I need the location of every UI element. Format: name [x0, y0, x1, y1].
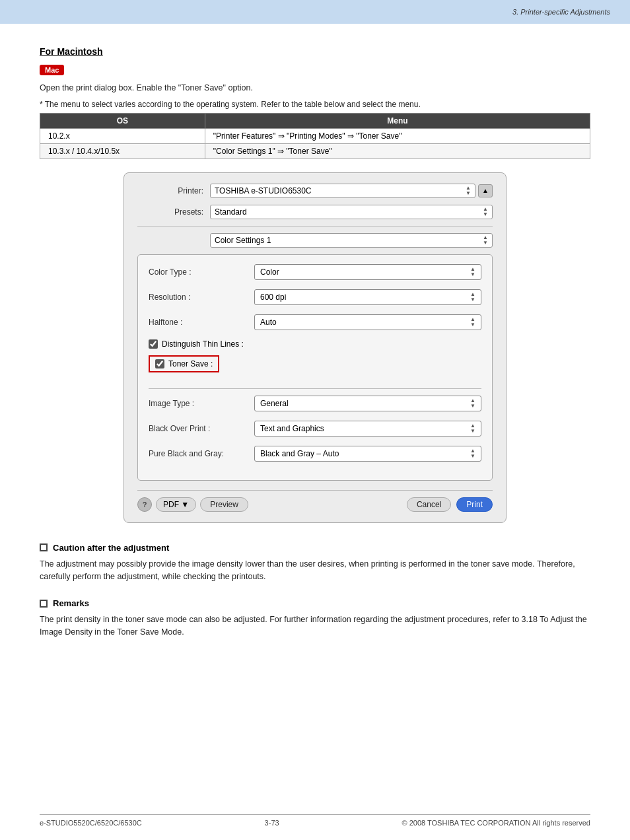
caution-title-text: Caution after the adjustment [53, 543, 169, 553]
cancel-button[interactable]: Cancel [407, 497, 451, 512]
footer-left: e-STUDIO5520C/6520C/6530C [40, 819, 142, 827]
footer-right: © 2008 TOSHIBA TEC CORPORATION All right… [402, 819, 590, 827]
distinguish-checkbox[interactable] [149, 339, 158, 349]
remarks-body: The print density in the toner save mode… [40, 613, 590, 639]
image-type-row: Image Type : General ▲▼ [149, 396, 481, 411]
print-dialog: Printer: TOSHIBA e-STUDIO6530C ▲▼ ▲ Pres… [123, 172, 507, 523]
os-menu-table: OS Menu 10.2.x "Printer Features" ⇒ "Pri… [40, 113, 590, 159]
inner-panel: Color Type : Color ▲▼ Resolution : 600 d… [137, 254, 493, 481]
remarks-square-icon [40, 600, 48, 608]
pure-black-value: Black and Gray – Auto [260, 449, 339, 458]
pure-black-stepper[interactable]: ▲▼ [470, 448, 475, 459]
presets-stepper[interactable]: ▲▼ [483, 207, 488, 217]
pdf-button[interactable]: PDF ▼ [156, 497, 196, 512]
caution-body: The adjustment may possibly provide the … [40, 558, 590, 583]
caution-square-icon [40, 543, 48, 551]
resolution-label: Resolution : [149, 293, 254, 302]
menu-cell: "Color Settings 1" ⇒ "Toner Save" [205, 143, 590, 158]
remarks-title: Remarks [40, 598, 590, 608]
black-over-print-select[interactable]: Text and Graphics ▲▼ [254, 421, 481, 437]
black-over-print-label: Black Over Print : [149, 424, 254, 433]
halftone-select[interactable]: Auto ▲▼ [254, 314, 481, 330]
color-type-select[interactable]: Color ▲▼ [254, 264, 481, 280]
color-type-label: Color Type : [149, 267, 254, 277]
color-type-row: Color Type : Color ▲▼ [149, 264, 481, 280]
toner-save-checkbox[interactable] [155, 359, 164, 368]
section-title: For Macintosh [40, 46, 590, 57]
resolution-stepper[interactable]: ▲▼ [470, 292, 475, 302]
note-text: * The menu to select varies according to… [40, 100, 590, 109]
toner-save-box: Toner Save : [149, 355, 219, 372]
panel-stepper[interactable]: ▲▼ [483, 235, 488, 246]
distinguish-row: Distinguish Thin Lines : [149, 339, 481, 349]
presets-select[interactable]: Standard ▲▼ [210, 205, 493, 219]
black-over-print-value: Text and Graphics [260, 424, 324, 433]
table-row: 10.3.x / 10.4.x/10.5x "Color Settings 1"… [40, 143, 590, 158]
caution-section: Caution after the adjustment The adjustm… [40, 543, 590, 583]
toner-save-label: Toner Save : [168, 359, 213, 368]
caution-title: Caution after the adjustment [40, 543, 590, 553]
color-type-value: Color [260, 267, 279, 277]
menu-cell: "Printer Features" ⇒ "Printing Modes" ⇒ … [205, 128, 590, 143]
remarks-title-text: Remarks [53, 598, 89, 608]
intro-paragraph: Open the print dialog box. Enable the "T… [40, 82, 590, 94]
pure-black-row: Pure Black and Gray: Black and Gray – Au… [149, 446, 481, 462]
printer-arrow-button[interactable]: ▲ [478, 184, 493, 197]
color-type-stepper[interactable]: ▲▼ [470, 267, 475, 277]
presets-row: Presets: Standard ▲▼ [137, 205, 493, 219]
printer-value: TOSHIBA e-STUDIO6530C [215, 186, 312, 195]
pure-black-select[interactable]: Black and Gray – Auto ▲▼ [254, 446, 481, 462]
panel-value: Color Settings 1 [215, 236, 271, 245]
pdf-label: PDF ▼ [163, 500, 189, 509]
panel-row: Color Settings 1 ▲▼ [137, 233, 493, 248]
black-over-print-stepper[interactable]: ▲▼ [470, 423, 475, 434]
resolution-row: Resolution : 600 dpi ▲▼ [149, 289, 481, 305]
presets-value: Standard [215, 207, 247, 217]
resolution-select[interactable]: 600 dpi ▲▼ [254, 289, 481, 305]
remarks-section: Remarks The print density in the toner s… [40, 598, 590, 639]
col-os: OS [40, 113, 205, 128]
mac-badge: Mac [40, 65, 64, 75]
help-button[interactable]: ? [137, 497, 152, 512]
resolution-value: 600 dpi [260, 293, 286, 302]
preview-button[interactable]: Preview [200, 497, 248, 512]
table-row: 10.2.x "Printer Features" ⇒ "Printing Mo… [40, 128, 590, 143]
halftone-row: Halftone : Auto ▲▼ [149, 314, 481, 330]
printer-label: Printer: [137, 186, 203, 195]
pure-black-label: Pure Black and Gray: [149, 449, 254, 458]
image-type-value: General [260, 399, 289, 408]
image-type-stepper[interactable]: ▲▼ [470, 398, 475, 409]
os-cell: 10.3.x / 10.4.x/10.5x [40, 143, 205, 158]
distinguish-label: Distinguish Thin Lines : [162, 339, 244, 349]
halftone-label: Halftone : [149, 318, 254, 327]
page-number: 3-73 [265, 819, 279, 827]
os-cell: 10.2.x [40, 128, 205, 143]
image-type-select[interactable]: General ▲▼ [254, 396, 481, 411]
col-menu: Menu [205, 113, 590, 128]
printer-stepper[interactable]: ▲▼ [466, 186, 471, 196]
dialog-footer: ? PDF ▼ Preview Cancel Print [137, 490, 493, 512]
footer-left: ? PDF ▼ Preview [137, 497, 248, 512]
chapter-title: 3. Printer-specific Adjustments [512, 8, 610, 16]
header-bar: 3. Printer-specific Adjustments [0, 0, 630, 24]
printer-row: Printer: TOSHIBA e-STUDIO6530C ▲▼ ▲ [137, 184, 493, 198]
printer-select[interactable]: TOSHIBA e-STUDIO6530C ▲▼ [210, 184, 475, 198]
image-type-label: Image Type : [149, 399, 254, 408]
halftone-stepper[interactable]: ▲▼ [470, 317, 475, 328]
halftone-value: Auto [260, 318, 277, 327]
presets-label: Presets: [137, 207, 203, 217]
print-button[interactable]: Print [456, 497, 493, 512]
footer-right: Cancel Print [407, 497, 493, 512]
page-footer: e-STUDIO5520C/6520C/6530C 3-73 © 2008 TO… [40, 814, 590, 827]
black-over-print-row: Black Over Print : Text and Graphics ▲▼ [149, 421, 481, 437]
panel-select[interactable]: Color Settings 1 ▲▼ [210, 233, 493, 248]
